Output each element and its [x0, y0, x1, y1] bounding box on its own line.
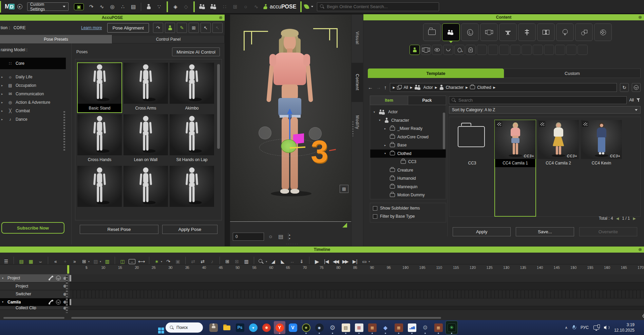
timeline-tool-icon[interactable]: ▭ — [361, 259, 368, 264]
training-model-item[interactable]: ▸ ╳ Combat — [0, 106, 66, 115]
toolbar-icon[interactable] — [141, 3, 141, 11]
pose-card[interactable]: Basic Stand — [77, 63, 122, 113]
content-panel-header[interactable]: Content ⊗ — [363, 14, 644, 20]
toolbar-icon[interactable] — [146, 4, 152, 9]
track-row[interactable]: Project ⊗ — [0, 282, 644, 291]
content-search[interactable] — [449, 96, 627, 104]
category-button[interactable] — [537, 23, 555, 41]
timeline-tool-icon[interactable]: ∗ — [153, 259, 160, 264]
reset-pose-button[interactable]: Reset Pose — [80, 225, 158, 234]
training-model-item[interactable]: ∷ Core — [0, 58, 66, 69]
tree-item[interactable]: ▾ Actor — [370, 108, 446, 116]
save-button[interactable]: Save... — [516, 227, 574, 236]
timeline-tool-icon[interactable]: ▣ — [174, 259, 181, 264]
timeline-tool-icon[interactable]: ◣ — [279, 259, 286, 264]
taskbar-app[interactable] — [208, 321, 219, 334]
full-body-mode-icon[interactable] — [165, 23, 175, 33]
subcategory-button[interactable] — [533, 45, 543, 55]
timeline-tool-icon[interactable]: ⇄ — [190, 259, 196, 264]
toolbar-icon[interactable]: ⊞ — [232, 4, 238, 10]
expand-icon[interactable]: ▸ — [1, 75, 5, 79]
timeline-tool-icon[interactable]: ↷ — [165, 259, 172, 264]
play-circle-icon[interactable]: ▶ — [17, 4, 22, 9]
category-button[interactable] — [423, 23, 441, 41]
content-item[interactable]: CC3+ CC4 Kevin — [581, 120, 622, 216]
category-button[interactable] — [518, 23, 536, 41]
track-lane[interactable] — [70, 306, 644, 310]
taskbar-app[interactable]: ▦ — [393, 321, 404, 334]
taskbar-app[interactable]: ⚙ — [327, 321, 338, 334]
model-list-scrollbar[interactable] — [63, 111, 65, 152]
timeline-header[interactable]: Timeline ⊗ — [0, 247, 644, 253]
tab-pose-presets[interactable]: Pose Presets — [0, 35, 112, 43]
tab-custom[interactable]: Custom — [504, 68, 641, 78]
toolbar-icon[interactable]: ▣ — [74, 3, 84, 10]
tab-content[interactable]: Content — [352, 63, 363, 102]
taskbar-app[interactable]: ▂▅▇ — [406, 321, 418, 334]
training-model-item[interactable]: ▸ ◎ Action & Adventure — [0, 98, 66, 106]
track-row[interactable]: ▾ Camila ⊗ — [0, 298, 644, 307]
display-card-icon[interactable]: ▤ — [278, 233, 283, 240]
timeline-tool-icon[interactable]: ⇓ — [298, 259, 305, 264]
tab-item[interactable]: Item — [370, 96, 408, 105]
timeline-tool-icon[interactable]: ▾ — [161, 260, 162, 263]
online-content-search[interactable] — [317, 2, 439, 11]
pose-grid-scrollbar[interactable] — [217, 64, 220, 149]
tree-expand-icon[interactable]: ▸ — [384, 127, 387, 130]
resize-corner-icon[interactable] — [342, 223, 347, 228]
expand-icon[interactable]: ▸ — [1, 109, 5, 113]
checkbox-row[interactable]: Filter by Base Type — [373, 214, 446, 219]
toolbar-icon[interactable]: ∵ — [156, 4, 162, 10]
tree-item[interactable]: Motion Dummy — [370, 191, 446, 199]
back-icon[interactable]: ← — [368, 84, 373, 90]
category-button[interactable] — [594, 23, 612, 41]
timeline-tool-icon[interactable]: ▾ — [266, 260, 267, 263]
timeline-tool-icon[interactable]: » — [71, 259, 78, 264]
timeline-tool-icon[interactable]: |◀ — [323, 259, 330, 264]
microphone-icon[interactable] — [572, 325, 576, 330]
taskbar-app[interactable]: ▦ — [353, 321, 365, 334]
z-axis-line[interactable] — [329, 149, 336, 151]
pose-card[interactable]: Akimbo — [170, 63, 214, 113]
prev-page-icon[interactable]: ◀ — [616, 216, 619, 221]
track-lane[interactable] — [70, 298, 644, 306]
pose-card[interactable] — [124, 166, 168, 216]
tree-expand-icon[interactable]: ▸ — [384, 144, 387, 147]
taskbar-app[interactable] — [261, 321, 272, 334]
timeline-tool-icon[interactable]: ⊠ — [233, 259, 240, 264]
tree-item[interactable]: CC3 — [370, 158, 446, 166]
plant-icon[interactable] — [304, 4, 309, 10]
subscribe-now-button[interactable]: Subscribe Now — [1, 222, 64, 234]
brightness-icon[interactable]: ☼ — [268, 233, 273, 239]
tab-visual[interactable]: Visual — [352, 22, 363, 54]
track-name-cell[interactable]: Switcher ⊗ — [0, 290, 70, 298]
track-collapse-icon[interactable]: ▾ — [2, 277, 5, 280]
track-name-cell[interactable]: ▾ Camila ⊗ — [0, 298, 70, 306]
category-button[interactable] — [480, 23, 498, 41]
taskbar-app[interactable]: ✳ — [446, 321, 457, 334]
training-model-item[interactable]: ▸ ▤ Occupation — [0, 81, 66, 90]
close-icon[interactable]: ⊗ — [219, 15, 223, 20]
timeline-tool-icon[interactable]: ▶| — [352, 259, 358, 264]
track-chevron-icon[interactable] — [56, 300, 61, 304]
track-lane[interactable] — [70, 274, 644, 282]
timeline-tool-icon[interactable]: ⌣ — [37, 259, 44, 264]
content-search-input[interactable] — [458, 98, 624, 103]
viewport-page-icon[interactable]: ▤ — [340, 185, 348, 193]
toolbar-icon[interactable]: ↷ — [88, 4, 94, 10]
tree-item[interactable]: Creature — [370, 166, 446, 175]
tree-item[interactable]: ActorCore Crowd — [370, 133, 446, 141]
toolbar-icon[interactable] — [210, 4, 217, 9]
caret-down-icon[interactable] — [311, 6, 313, 7]
expand-icon[interactable]: ▸ — [1, 84, 5, 87]
subcategory-button[interactable] — [443, 45, 453, 55]
subcategory-button[interactable] — [488, 45, 498, 55]
close-icon[interactable]: ⊗ — [638, 15, 642, 20]
tab-pack[interactable]: Pack — [408, 96, 446, 105]
timeline-tool-icon[interactable]: ◀◀ — [333, 259, 339, 264]
online-search-input[interactable] — [327, 4, 436, 9]
taskbar-app[interactable]: ▤ — [340, 321, 352, 334]
taskbar-app[interactable]: Ps — [234, 321, 246, 334]
playhead[interactable] — [67, 265, 69, 274]
tree-scrollbar[interactable] — [443, 113, 445, 149]
